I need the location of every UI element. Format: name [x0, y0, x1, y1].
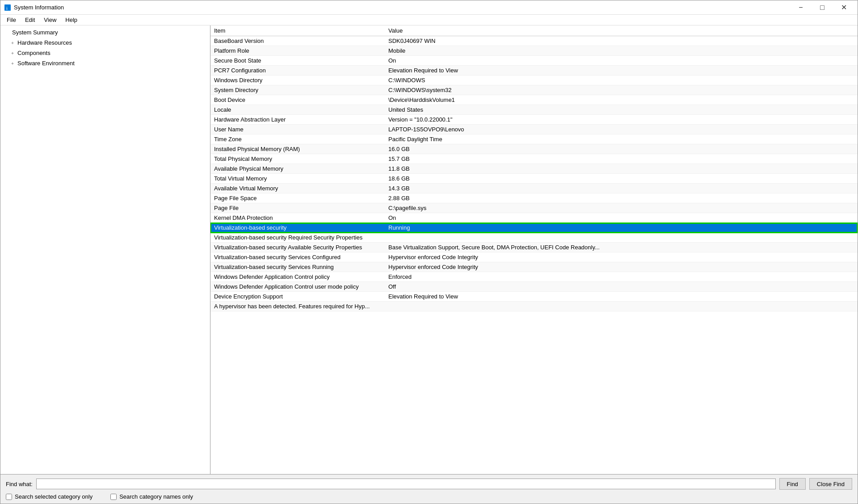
table-row[interactable]: Device Encryption SupportElevation Requi… [210, 292, 858, 302]
maximize-button[interactable]: □ [812, 1, 833, 14]
table-row[interactable]: PCR7 ConfigurationElevation Required to … [210, 66, 858, 76]
expand-icon-software: ＋ [9, 60, 16, 67]
menu-edit[interactable]: Edit [21, 16, 39, 24]
find-row: Find what: Find Close Find [6, 478, 852, 490]
table-row[interactable]: Virtualization-based security Services C… [210, 252, 858, 262]
table-row[interactable]: Kernel DMA ProtectionOn [210, 213, 858, 223]
table-cell-value: On [385, 213, 858, 223]
search-names-option[interactable]: Search category names only [110, 493, 193, 500]
find-input[interactable] [36, 479, 776, 489]
table-row[interactable]: Total Physical Memory15.7 GB [210, 154, 858, 164]
table-cell-value: Mobile [385, 46, 858, 56]
table-cell-item: Locale [210, 105, 385, 115]
table-cell-item: Hardware Abstraction Layer [210, 115, 385, 125]
close-button[interactable]: ✕ [833, 1, 854, 14]
table-row[interactable]: LocaleUnited States [210, 105, 858, 115]
table-cell-value: Hypervisor enforced Code Integrity [385, 262, 858, 272]
menu-view[interactable]: View [39, 16, 61, 24]
table-cell-value: Enforced [385, 272, 858, 282]
bottom-bar: Find what: Find Close Find Search select… [0, 474, 858, 504]
table-row[interactable]: A hypervisor has been detected. Features… [210, 302, 858, 311]
sidebar-label-software: Software Environment [17, 60, 75, 67]
table-cell-value: 15.7 GB [385, 154, 858, 164]
table-row[interactable]: Windows DirectoryC:\WINDOWS [210, 76, 858, 85]
window-title: System Information [14, 4, 791, 11]
table-row[interactable]: Available Physical Memory11.8 GB [210, 164, 858, 174]
search-selected-label: Search selected category only [15, 493, 93, 500]
table-row[interactable]: Virtualization-based securityRunning [210, 223, 858, 233]
table-row[interactable]: Secure Boot StateOn [210, 56, 858, 66]
table-row[interactable]: Time ZonePacific Daylight Time [210, 134, 858, 144]
table-row[interactable]: Hardware Abstraction LayerVersion = "10.… [210, 115, 858, 125]
search-options: Search selected category only Search cat… [6, 493, 852, 500]
sidebar-item-components[interactable]: ＋ Components [0, 48, 210, 58]
table-cell-value: Version = "10.0.22000.1" [385, 115, 858, 125]
table-cell-value: C:\WINDOWS\system32 [385, 85, 858, 95]
main-content: System Summary ＋ Hardware Resources ＋ Co… [0, 25, 858, 474]
expand-icon-components: ＋ [9, 50, 16, 56]
table-row[interactable]: Virtualization-based security Required S… [210, 233, 858, 243]
detail-table: Item Value BaseBoard VersionSDK0J40697 W… [210, 25, 858, 311]
menu-bar: File Edit View Help [0, 15, 858, 25]
menu-file[interactable]: File [2, 16, 21, 24]
table-row[interactable]: Installed Physical Memory (RAM)16.0 GB [210, 144, 858, 154]
table-row[interactable]: System DirectoryC:\WINDOWS\system32 [210, 85, 858, 95]
table-cell-item: Windows Defender Application Control use… [210, 282, 385, 292]
table-cell-value: \Device\HarddiskVolume1 [385, 95, 858, 105]
expand-icon-hardware: ＋ [9, 40, 16, 46]
table-cell-value: 18.6 GB [385, 174, 858, 184]
table-cell-item: Available Virtual Memory [210, 184, 385, 193]
table-row[interactable]: BaseBoard VersionSDK0J40697 WIN [210, 36, 858, 46]
table-row[interactable]: Windows Defender Application Control use… [210, 282, 858, 292]
col-header-value: Value [385, 25, 858, 36]
table-cell-item: Total Physical Memory [210, 154, 385, 164]
main-window: i System Information − □ ✕ File Edit Vie… [0, 0, 858, 504]
table-cell-value: United States [385, 105, 858, 115]
table-row[interactable]: Available Virtual Memory14.3 GB [210, 184, 858, 193]
table-cell-item: System Directory [210, 85, 385, 95]
search-selected-option[interactable]: Search selected category only [6, 493, 93, 500]
table-row[interactable]: Page FileC:\pagefile.sys [210, 203, 858, 213]
table-cell-value: 16.0 GB [385, 144, 858, 154]
sidebar-label-system-summary: System Summary [12, 29, 58, 36]
sidebar-item-system-summary[interactable]: System Summary [0, 27, 210, 38]
table-cell-item: Virtualization-based security [210, 223, 385, 233]
table-cell-item: Available Physical Memory [210, 164, 385, 174]
search-names-checkbox[interactable] [110, 494, 117, 500]
table-row[interactable]: User NameLAPTOP-1S5OVPO9\Lenovo [210, 125, 858, 134]
table-cell-item: Virtualization-based security Services C… [210, 252, 385, 262]
expand-icon [4, 29, 10, 36]
find-button[interactable]: Find [779, 478, 806, 490]
table-row[interactable]: Platform RoleMobile [210, 46, 858, 56]
detail-pane[interactable]: Item Value BaseBoard VersionSDK0J40697 W… [210, 25, 858, 474]
sidebar-item-hardware-resources[interactable]: ＋ Hardware Resources [0, 38, 210, 48]
table-cell-value: Elevation Required to View [385, 66, 858, 76]
table-cell-item: Total Virtual Memory [210, 174, 385, 184]
table-row[interactable]: Boot Device\Device\HarddiskVolume1 [210, 95, 858, 105]
table-row[interactable]: Page File Space2.88 GB [210, 193, 858, 203]
sidebar-item-software-environment[interactable]: ＋ Software Environment [0, 58, 210, 68]
table-cell-item: A hypervisor has been detected. Features… [210, 302, 385, 311]
table-cell-item: Platform Role [210, 46, 385, 56]
sidebar-label-hardware: Hardware Resources [17, 39, 72, 46]
window-icon: i [4, 4, 11, 11]
table-cell-value: SDK0J40697 WIN [385, 36, 858, 46]
menu-help[interactable]: Help [61, 16, 82, 24]
table-row[interactable]: Virtualization-based security Available … [210, 243, 858, 252]
table-row[interactable]: Virtualization-based security Services R… [210, 262, 858, 272]
window-controls: − □ ✕ [791, 1, 854, 14]
table-cell-item: BaseBoard Version [210, 36, 385, 46]
table-cell-item: Virtualization-based security Services R… [210, 262, 385, 272]
table-cell-item: Windows Defender Application Control pol… [210, 272, 385, 282]
sidebar: System Summary ＋ Hardware Resources ＋ Co… [0, 25, 210, 474]
table-row[interactable]: Total Virtual Memory18.6 GB [210, 174, 858, 184]
table-cell-item: User Name [210, 125, 385, 134]
table-row[interactable]: Windows Defender Application Control pol… [210, 272, 858, 282]
table-cell-value: Base Virtualization Support, Secure Boot… [385, 243, 858, 252]
search-selected-checkbox[interactable] [6, 494, 12, 500]
table-cell-value: 2.88 GB [385, 193, 858, 203]
minimize-button[interactable]: − [791, 1, 811, 14]
table-cell-value: Elevation Required to View [385, 292, 858, 302]
table-cell-value: On [385, 56, 858, 66]
close-find-button[interactable]: Close Find [809, 478, 852, 490]
